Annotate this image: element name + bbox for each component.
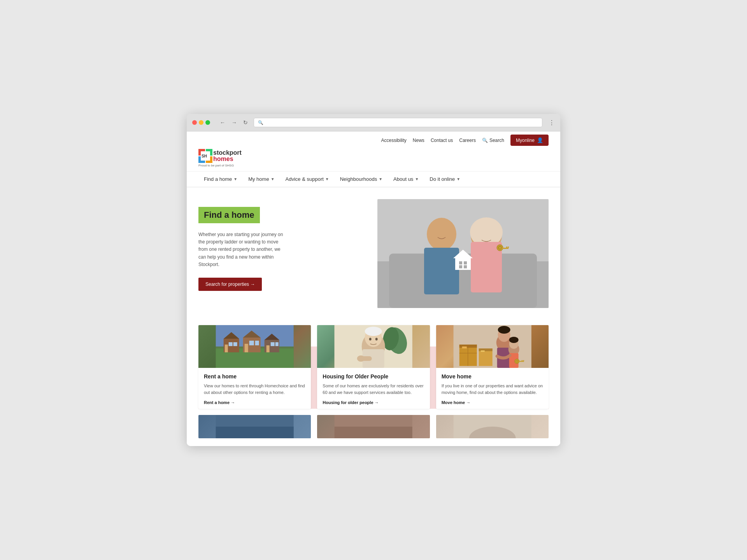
cards-wrapper: Rent a home View our homes to rent throu… [198, 325, 549, 409]
partial-image-1 [198, 415, 311, 438]
chevron-down-icon: ▼ [325, 177, 329, 181]
nav-label-doit: Do it online [430, 176, 455, 182]
svg-rect-32 [233, 342, 237, 346]
svg-point-54 [375, 338, 378, 341]
hero-content: Find a home Whether you are starting you… [198, 199, 366, 291]
hero-image [377, 199, 549, 310]
svg-rect-40 [267, 345, 270, 352]
card-description-older: Some of our homes are exclusively for re… [323, 383, 424, 396]
maximize-dot[interactable] [205, 120, 210, 125]
chevron-down-icon: ▼ [233, 177, 237, 181]
browser-titlebar: ← → ↻ 🔍 stockporthomes.org/find-a-home ⋮ [187, 114, 560, 131]
card-image-move [436, 325, 549, 368]
refresh-button[interactable]: ↻ [241, 119, 250, 126]
cards-row: Rent a home View our homes to rent throu… [198, 325, 549, 409]
search-label: Search [489, 138, 504, 143]
nav-link-doit[interactable]: Do it online ▼ [424, 172, 466, 187]
back-button[interactable]: ← [218, 119, 227, 126]
news-link[interactable]: News [413, 138, 424, 143]
svg-rect-81 [335, 427, 412, 438]
svg-rect-17 [464, 261, 467, 264]
svg-rect-76 [521, 360, 523, 361]
logo-tagline: Proud to be part of SHSG [198, 164, 234, 167]
older-people-image [317, 325, 430, 368]
svg-point-49 [365, 327, 382, 336]
chevron-down-icon: ▼ [415, 177, 419, 181]
svg-point-53 [369, 338, 372, 341]
search-properties-label: Search for properties → [205, 282, 255, 287]
nav-label-my-home: My home [248, 176, 269, 182]
svg-rect-35 [245, 344, 248, 352]
chevron-down-icon: ▼ [271, 177, 275, 181]
card-description-rent: View our homes to rent through Homechoic… [204, 383, 305, 396]
chevron-down-icon: ▼ [379, 177, 382, 181]
svg-rect-42 [275, 342, 279, 346]
card-link-rent[interactable]: Rent a home → [204, 400, 305, 405]
svg-point-71 [509, 337, 518, 343]
forward-button[interactable]: → [230, 119, 239, 126]
svg-rect-31 [229, 342, 233, 346]
site-header: SH stockport homes Proud to be part of S… [187, 149, 560, 172]
nav-label-advice: Advice & support [286, 176, 324, 182]
card-title-older: Housing for Older People [323, 373, 424, 380]
nav-link-neighbourhoods[interactable]: Neighbourhoods ▼ [335, 172, 388, 187]
minimize-dot[interactable] [199, 120, 203, 125]
nav-link-find-home[interactable]: Find a home ▼ [198, 172, 243, 187]
partial-card-2 [317, 415, 430, 438]
card-body-move: Move home If you live in one of our prop… [436, 368, 549, 409]
rent-home-image [198, 325, 311, 368]
svg-rect-36 [249, 341, 254, 345]
url-input[interactable]: stockporthomes.org/find-a-home [266, 120, 538, 125]
svg-rect-22 [502, 248, 509, 249]
chevron-down-icon: ▼ [456, 177, 460, 181]
svg-rect-18 [459, 265, 462, 268]
browser-window: ← → ↻ 🔍 stockporthomes.org/find-a-home ⋮… [187, 114, 560, 446]
svg-rect-23 [506, 247, 507, 248]
card-image-older [317, 325, 430, 368]
careers-link[interactable]: Careers [459, 138, 476, 143]
hero-section: Find a home Whether you are starting you… [187, 187, 560, 325]
browser-traffic-lights [192, 120, 210, 125]
card-body-rent: Rent a home View our homes to rent throu… [198, 368, 311, 409]
nav-label-neighbourhoods: Neighbourhoods [340, 176, 377, 182]
card-link-move[interactable]: Move home → [442, 400, 543, 405]
card-body-older: Housing for Older People Some of our hom… [317, 368, 430, 409]
utility-bar: Accessibility News Contact us Careers 🔍 … [187, 131, 560, 149]
nav-label-about: About us [393, 176, 413, 182]
card-older-people: Housing for Older People Some of our hom… [317, 325, 430, 409]
card-rent-home: Rent a home View our homes to rent throu… [198, 325, 311, 409]
hero-description: Whether you are starting your journey on… [198, 231, 284, 268]
contact-link[interactable]: Contact us [431, 138, 453, 143]
close-dot[interactable] [192, 120, 197, 125]
card-title-move: Move home [442, 373, 543, 380]
nav-link-my-home[interactable]: My home ▼ [243, 172, 280, 187]
hero-image-svg [377, 199, 549, 308]
nav-link-advice[interactable]: Advice & support ▼ [280, 172, 335, 187]
main-nav: Find a home ▼ My home ▼ Advice & support… [187, 172, 560, 187]
browser-menu-icon[interactable]: ⋮ [549, 119, 555, 126]
myonline-button[interactable]: Myonline 👤 [510, 135, 549, 146]
accessibility-link[interactable]: Accessibility [381, 138, 407, 143]
logo[interactable]: SH stockport homes Proud to be part of S… [198, 149, 242, 167]
nav-link-about[interactable]: About us ▼ [388, 172, 424, 187]
partial-image-3 [436, 415, 549, 438]
svg-rect-24 [508, 247, 509, 248]
search-icon: 🔍 [482, 138, 488, 143]
cards-section: Rent a home View our homes to rent throu… [187, 325, 560, 446]
myonline-label: Myonline [516, 138, 535, 143]
partial-card-3 [436, 415, 549, 438]
card-description-move: If you live in one of our properties and… [442, 383, 543, 396]
svg-rect-16 [459, 261, 462, 264]
nav-item-about: About us ▼ [388, 172, 424, 187]
svg-point-9 [427, 218, 456, 250]
search-button[interactable]: 🔍 Search [482, 138, 504, 143]
svg-rect-41 [271, 342, 275, 346]
nav-item-neighbourhoods: Neighbourhoods ▼ [335, 172, 388, 187]
nav-items: Find a home ▼ My home ▼ Advice & support… [198, 172, 549, 187]
search-properties-button[interactable]: Search for properties → [198, 278, 262, 291]
nav-item-find-home: Find a home ▼ [198, 172, 243, 187]
browser-nav-buttons: ← → ↻ [218, 119, 250, 126]
card-link-older[interactable]: Housing for older people → [323, 400, 424, 405]
svg-rect-19 [464, 265, 467, 268]
nav-item-advice: Advice & support ▼ [280, 172, 335, 187]
